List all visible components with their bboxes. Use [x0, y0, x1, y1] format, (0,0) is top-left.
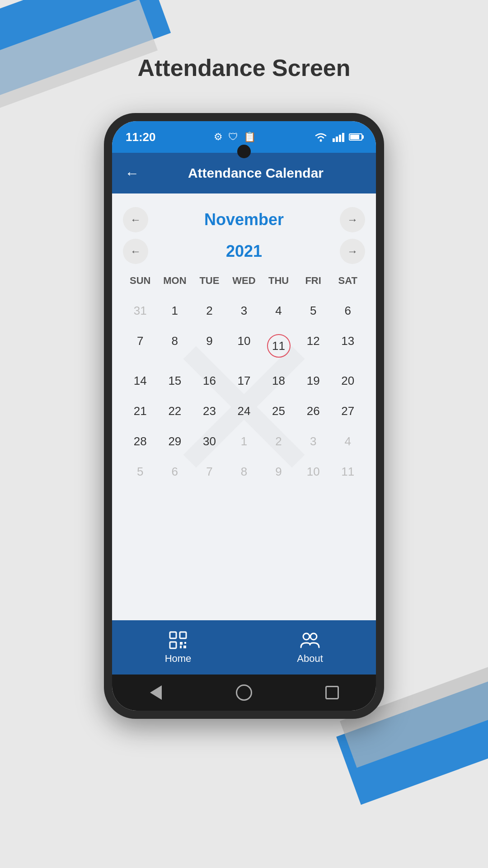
nav-home[interactable]: Home	[112, 630, 244, 665]
status-icons: ⚙ 🛡 📋	[214, 131, 256, 143]
calendar-area: ← November → ← 2021 → SUNMONTUEWEDTHUFRI…	[112, 193, 376, 620]
calendar-day-5-1[interactable]: 6	[158, 457, 192, 487]
back-button[interactable]: ←	[125, 165, 139, 182]
day-header-wed: WED	[227, 270, 262, 291]
calendar-day-3-6[interactable]: 27	[330, 396, 365, 426]
day-header-thu: THU	[261, 270, 296, 291]
wifi-icon	[314, 132, 328, 142]
calendar-grid: 3112345678910111213141516171819202122232…	[123, 296, 365, 487]
year-label: 2021	[226, 242, 262, 261]
day-header-tue: TUE	[192, 270, 227, 291]
year-nav-row: ← 2021 →	[123, 239, 365, 264]
month-nav-row: ← November →	[123, 207, 365, 232]
svg-rect-1	[170, 632, 176, 638]
calendar-day-1-3[interactable]: 10	[227, 326, 262, 366]
battery-icon	[349, 133, 362, 141]
calendar-day-3-3[interactable]: 24	[227, 396, 262, 426]
svg-point-0	[320, 140, 322, 142]
home-icon	[168, 630, 188, 650]
calendar-day-0-5[interactable]: 5	[296, 296, 331, 326]
calendar-day-2-5[interactable]: 19	[296, 366, 331, 396]
next-month-button[interactable]: →	[340, 207, 365, 232]
prev-month-button[interactable]: ←	[123, 207, 148, 232]
calendar-day-1-1[interactable]: 8	[158, 326, 192, 366]
calendar-day-5-4[interactable]: 9	[261, 457, 296, 487]
day-header-mon: MON	[158, 270, 192, 291]
month-label: November	[204, 210, 284, 229]
calendar-day-2-4[interactable]: 18	[261, 366, 296, 396]
status-right-icons	[314, 132, 362, 142]
settings-icon: ⚙	[214, 131, 223, 143]
calendar-day-1-5[interactable]: 12	[296, 326, 331, 366]
system-nav-bar	[112, 675, 376, 711]
calendar-day-0-4[interactable]: 4	[261, 296, 296, 326]
calendar-day-1-6[interactable]: 13	[330, 326, 365, 366]
calendar-day-3-2[interactable]: 23	[192, 396, 227, 426]
page-title: Attendance Screen	[0, 54, 488, 81]
status-time: 11:20	[126, 130, 156, 144]
calendar-day-2-2[interactable]: 16	[192, 366, 227, 396]
calendar-day-4-0[interactable]: 28	[123, 426, 158, 457]
svg-point-9	[310, 633, 317, 640]
phone-frame: 11:20 ⚙ 🛡 📋	[104, 113, 384, 719]
day-header-sat: SAT	[330, 270, 365, 291]
bg-stripe-1	[0, 0, 171, 98]
day-header-fri: FRI	[296, 270, 331, 291]
calendar-day-0-3[interactable]: 3	[227, 296, 262, 326]
calendar-day-2-0[interactable]: 14	[123, 366, 158, 396]
camera-notch	[237, 145, 251, 158]
svg-rect-5	[184, 642, 186, 644]
phone-screen: 11:20 ⚙ 🛡 📋	[112, 121, 376, 711]
calendar-day-0-2[interactable]: 2	[192, 296, 227, 326]
calendar-day-1-4[interactable]: 11	[261, 326, 296, 366]
day-header-sun: SUN	[123, 270, 158, 291]
calendar-day-3-5[interactable]: 26	[296, 396, 331, 426]
sys-recent-button[interactable]	[323, 684, 341, 702]
nav-about-label: About	[297, 653, 323, 665]
sys-back-button[interactable]	[147, 684, 165, 702]
days-header: SUNMONTUEWEDTHUFRISAT	[123, 270, 365, 291]
calendar-day-5-6[interactable]: 11	[330, 457, 365, 487]
app-bar: ← Attendance Calendar	[112, 153, 376, 193]
app-bar-title: Attendance Calendar	[148, 165, 363, 181]
nav-home-label: Home	[165, 653, 192, 665]
shield-icon: 🛡	[228, 131, 238, 143]
svg-rect-6	[180, 646, 182, 648]
nav-about[interactable]: About	[244, 630, 376, 665]
calendar-day-2-3[interactable]: 17	[227, 366, 262, 396]
calendar-day-2-6[interactable]: 20	[330, 366, 365, 396]
svg-rect-4	[180, 642, 183, 645]
calendar-day-1-0[interactable]: 7	[123, 326, 158, 366]
calendar-day-0-6[interactable]: 6	[330, 296, 365, 326]
calendar-day-0-0[interactable]: 31	[123, 296, 158, 326]
calendar-day-1-2[interactable]: 9	[192, 326, 227, 366]
calendar-day-4-5[interactable]: 3	[296, 426, 331, 457]
calendar-day-4-1[interactable]: 29	[158, 426, 192, 457]
sys-home-button[interactable]	[235, 684, 253, 702]
calendar-day-5-5[interactable]: 10	[296, 457, 331, 487]
calendar-day-4-4[interactable]: 2	[261, 426, 296, 457]
calendar-day-4-6[interactable]: 4	[330, 426, 365, 457]
svg-rect-7	[183, 646, 186, 648]
svg-rect-2	[180, 632, 186, 638]
prev-year-button[interactable]: ←	[123, 239, 148, 264]
calendar-day-5-0[interactable]: 5	[123, 457, 158, 487]
calendar-day-4-3[interactable]: 1	[227, 426, 262, 457]
about-icon	[300, 630, 320, 650]
bottom-nav: Home About	[112, 620, 376, 675]
next-year-button[interactable]: →	[340, 239, 365, 264]
calendar-day-5-2[interactable]: 7	[192, 457, 227, 487]
calendar-day-5-3[interactable]: 8	[227, 457, 262, 487]
clipboard-icon: 📋	[244, 131, 256, 143]
svg-rect-3	[170, 642, 176, 648]
calendar-day-3-1[interactable]: 22	[158, 396, 192, 426]
signal-bars	[333, 132, 344, 142]
calendar-day-3-0[interactable]: 21	[123, 396, 158, 426]
calendar-day-3-4[interactable]: 25	[261, 396, 296, 426]
calendar-day-4-2[interactable]: 30	[192, 426, 227, 457]
calendar-day-2-1[interactable]: 15	[158, 366, 192, 396]
calendar-day-0-1[interactable]: 1	[158, 296, 192, 326]
svg-point-8	[303, 633, 310, 640]
